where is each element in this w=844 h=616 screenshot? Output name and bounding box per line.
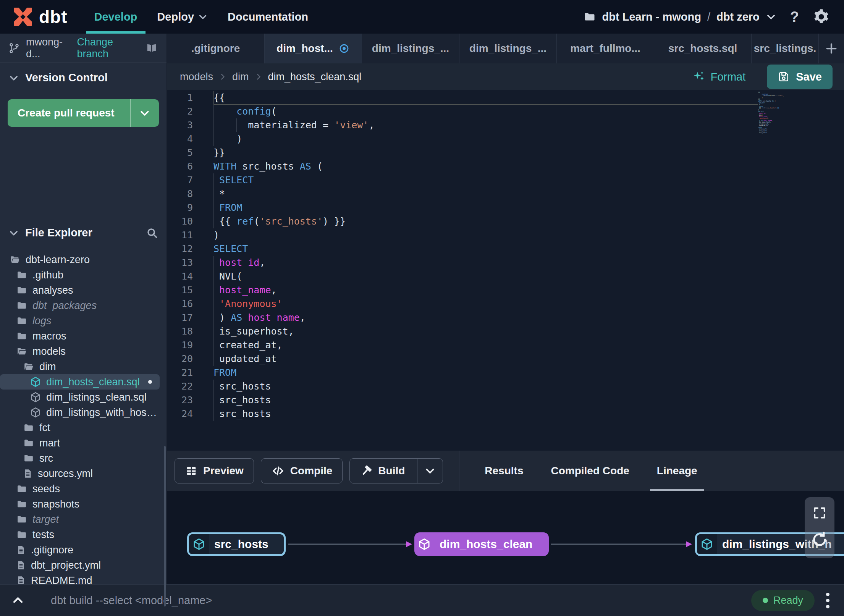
code-line-22[interactable]: src_hosts (213, 380, 844, 393)
tree-item-dbt_packages[interactable]: dbt_packages (0, 298, 160, 313)
refresh-icon[interactable] (811, 531, 828, 548)
code-line-13[interactable]: host_id, (213, 256, 844, 270)
code-line-11[interactable]: ) (213, 228, 844, 242)
preview-button[interactable]: Preview (175, 458, 254, 483)
build-button[interactable]: Build (349, 458, 443, 483)
fullscreen-icon[interactable] (812, 506, 827, 520)
breadcrumb-dim[interactable]: dim (232, 71, 249, 83)
header-right: dbt Learn - mwong / dbt zero ? (583, 0, 844, 34)
folder-icon (16, 285, 27, 295)
new-tab-button[interactable] (818, 34, 844, 63)
tree-item-dim_hosts_clean.sql[interactable]: dim_hosts_clean.sql (0, 374, 160, 390)
tree-item-analyses[interactable]: analyses (0, 283, 160, 298)
tree-item-target[interactable]: target (0, 512, 160, 527)
panel-tab-lineage[interactable]: Lineage (643, 451, 711, 491)
version-control-header[interactable]: Version Control (0, 63, 167, 93)
code-line-1[interactable]: {{ (213, 91, 844, 105)
search-icon[interactable] (146, 227, 158, 239)
tab-dim_listings_...[interactable]: dim_listings_... (459, 34, 556, 63)
format-button[interactable]: Format (692, 70, 745, 83)
create-pull-request-button[interactable]: Create pull request (8, 99, 159, 127)
expand-console-button[interactable] (0, 585, 36, 616)
kebab-menu-icon[interactable] (825, 591, 831, 610)
book-icon[interactable] (145, 42, 158, 54)
code-line-23[interactable]: src_hosts (213, 393, 844, 407)
editor-scrollbar[interactable] (837, 90, 837, 451)
nav-deploy[interactable]: Deploy (147, 0, 218, 34)
tree-item-macros[interactable]: macros (0, 328, 160, 344)
sidebar-scrollbar[interactable] (164, 446, 166, 606)
tree-item-logs[interactable]: logs (0, 313, 160, 328)
code-line-10[interactable]: {{ ref('src_hosts') }} (213, 215, 844, 228)
tree-item-label: dim_listings_with_hosts... (46, 407, 160, 419)
file-explorer-header[interactable]: File Explorer (0, 218, 167, 248)
nav-develop[interactable]: Develop (84, 0, 147, 34)
project-selector[interactable]: dbt Learn - mwong / dbt zero (583, 11, 776, 23)
tree-item-README.md[interactable]: README.md (0, 573, 160, 584)
code-line-18[interactable]: is_superhost, (213, 325, 844, 338)
tree-item-.gitignore[interactable]: .gitignore (0, 542, 160, 558)
dbt-logo[interactable]: dbt (0, 0, 84, 34)
tree-item-tests[interactable]: tests (0, 527, 160, 542)
minimap[interactable]: {{ config( materialized = 'view', )}}WIT… (758, 92, 795, 134)
tree-item-fct[interactable]: fct (0, 420, 160, 435)
tree-item-dbt-learn-zero[interactable]: dbt-learn-zero (0, 252, 160, 267)
help-button[interactable]: ? (788, 9, 801, 25)
code-line-9[interactable]: FROM (213, 201, 844, 215)
code-line-21[interactable]: FROM (213, 366, 844, 380)
code-line-2[interactable]: config( (213, 105, 844, 118)
tree-item-dim[interactable]: dim (0, 359, 160, 374)
save-button[interactable]: Save (767, 65, 833, 89)
path-bar: models dim dim_hosts_clean.sql (167, 63, 844, 90)
code-line-8[interactable]: * (213, 187, 844, 201)
code-line-17[interactable]: ) AS host_name, (213, 311, 844, 325)
nav-documentation[interactable]: Documentation (218, 0, 318, 34)
lineage-node-src_hosts[interactable]: src_hosts (187, 532, 286, 556)
breadcrumb-models[interactable]: models (180, 71, 213, 83)
tree-item-models[interactable]: models (0, 344, 160, 359)
lineage-node-dim_hosts_clean[interactable]: dim_hosts_clean (414, 532, 549, 556)
build-dropdown-button[interactable] (417, 459, 443, 483)
code-line-14[interactable]: NVL( (213, 270, 844, 283)
tab-src_listings.[interactable]: src_listings. (751, 34, 818, 63)
code-line-19[interactable]: created_at, (213, 338, 844, 352)
tree-item-seeds[interactable]: seeds (0, 481, 160, 496)
code-line-4[interactable]: ) (213, 132, 844, 146)
tree-item-dim_listings_with_hosts...[interactable]: dim_listings_with_hosts... (0, 405, 160, 420)
preview-icon (185, 464, 198, 477)
code-line-24[interactable]: src_hosts (213, 407, 844, 421)
panel-tab-results[interactable]: Results (471, 451, 537, 491)
code-line-6[interactable]: WITH src_hosts AS ( (213, 160, 844, 173)
code-line-20[interactable]: updated_at (213, 352, 844, 366)
code-line-15[interactable]: host_name, (213, 283, 844, 297)
code-line-16[interactable]: 'Anonymous' (213, 297, 844, 311)
tree-item-sources.yml[interactable]: sources.yml (0, 466, 160, 481)
code-line-5[interactable]: }} (213, 146, 844, 160)
tree-item-dim_listings_clean.sql[interactable]: dim_listings_clean.sql (0, 390, 160, 405)
pr-dropdown-button[interactable] (131, 99, 159, 127)
change-branch-link[interactable]: Change branch (77, 36, 139, 60)
code-line-7[interactable]: SELECT (213, 173, 844, 187)
tab-dim_listings_...[interactable]: dim_listings_... (362, 34, 459, 63)
indent-guide (213, 270, 214, 283)
tree-item-dbt_project.yml[interactable]: dbt_project.yml (0, 558, 160, 573)
tab-dim_host...[interactable]: dim_host... (264, 34, 362, 63)
tab-label: dim_host... (276, 42, 333, 55)
tree-item-mart[interactable]: mart (0, 435, 160, 451)
tree-item-snapshots[interactable]: snapshots (0, 496, 160, 512)
panel-tab-compiled-code[interactable]: Compiled Code (537, 451, 643, 491)
code-line-12[interactable]: SELECT (213, 242, 844, 256)
compile-button[interactable]: Compile (261, 458, 343, 483)
tree-item-src[interactable]: src (0, 451, 160, 466)
lineage-canvas[interactable]: src_hostsdim_hosts_cleandim_listings_wit… (167, 491, 844, 584)
tab-src_hosts.sql[interactable]: src_hosts.sql (654, 34, 751, 63)
tab-mart_fullmo...[interactable]: mart_fullmo... (556, 34, 654, 63)
command-input[interactable]: dbt build --select <model_name> (36, 594, 751, 607)
gear-icon[interactable] (813, 9, 829, 25)
code-area[interactable]: {{ config( materialized = 'view', )}}WIT… (213, 90, 844, 451)
code-editor[interactable]: 123456789101112131415161718192021222324 … (167, 90, 844, 451)
tab-.gitignore[interactable]: .gitignore (167, 34, 264, 63)
tree-item-.github[interactable]: .github (0, 267, 160, 283)
code-line-3[interactable]: materialized = 'view', (213, 118, 844, 132)
folder-icon (23, 438, 34, 448)
